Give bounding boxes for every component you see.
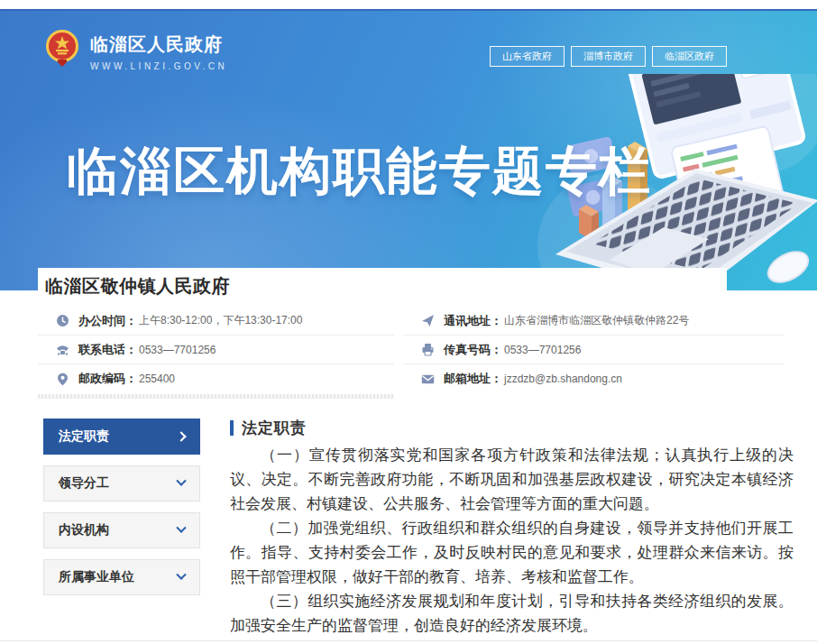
- sidebar-item-label: 领导分工: [59, 475, 109, 492]
- site-header: 临淄区人民政府 WWW.LINZI.GOV.CN: [45, 29, 227, 74]
- main-section: 法定职责 领导分工 内设机构 所属事业单位 法定职责 （一）宣传贯彻落实党和国家…: [43, 419, 794, 638]
- info-label: 邮政编码：: [78, 371, 137, 387]
- info-row-fax: 传真号码： 0533—7701256: [403, 336, 785, 364]
- content-area: 法定职责 （一）宣传贯彻落实党和国家各项方针政策和法律法规；认真执行上级的决议、…: [230, 419, 794, 638]
- nav-link-shandong-gov[interactable]: 山东省政府: [490, 46, 565, 67]
- sidebar-item-label: 法定职责: [59, 428, 109, 445]
- location-icon: [56, 373, 69, 386]
- chevron-down-icon: [176, 570, 186, 580]
- paragraph-2: （二）加强党组织、行政组织和群众组织的自身建设，领导并支持他们开展工作。指导、支…: [230, 516, 794, 589]
- sidebar-item-label: 内设机构: [59, 522, 109, 538]
- content-heading: 法定职责: [230, 419, 794, 437]
- info-row-address: 通讯地址： 山东省淄博市临淄区敬仲镇敬仲路22号: [403, 307, 785, 336]
- gov-links-nav: 山东省政府 淄博市政府 临淄区政府: [483, 46, 727, 67]
- info-label: 通讯地址：: [444, 313, 502, 329]
- heading-accent-bar: [230, 420, 234, 436]
- nav-link-linzi-gov[interactable]: 临淄区政府: [652, 46, 727, 67]
- site-url: WWW.LINZI.GOV.CN: [90, 61, 227, 71]
- sidebar-menu: 法定职责 领导分工 内设机构 所属事业单位: [43, 419, 200, 638]
- nav-link-zibo-gov[interactable]: 淄博市政府: [571, 46, 646, 67]
- site-title: 临淄区人民政府: [90, 32, 227, 57]
- sidebar-item-internal-organs[interactable]: 内设机构: [43, 512, 200, 548]
- phone-icon: [56, 343, 69, 356]
- chevron-down-icon: [176, 523, 186, 533]
- sidebar-item-label: 所属事业单位: [59, 569, 134, 585]
- paragraph-1: （一）宣传贯彻落实党和国家各项方针政策和法律法规；认真执行上级的决议、决定。不断…: [230, 443, 794, 516]
- site-title-stack: 临淄区人民政府 WWW.LINZI.GOV.CN: [90, 32, 227, 71]
- mail-icon: [421, 373, 435, 386]
- info-value: 0533—7701256: [139, 344, 216, 356]
- info-row-postcode: 邮政编码： 255400: [38, 364, 394, 393]
- sidebar-item-leadership-division[interactable]: 领导分工: [43, 465, 200, 501]
- dashed-divider: [38, 394, 394, 399]
- chevron-right-icon: [176, 431, 186, 441]
- info-label: 传真号码：: [444, 342, 502, 358]
- banner-title: 临淄区机构职能专题专栏: [67, 137, 652, 207]
- info-label: 联系电话：: [78, 342, 137, 358]
- legal-duties-text: （一）宣传贯彻落实党和国家各项方针政策和法律法规；认真执行上级的决议、决定。不断…: [230, 443, 794, 638]
- info-value: 0533—7701256: [504, 344, 581, 356]
- info-right-column: 通讯地址： 山东省淄博市临淄区敬仲镇敬仲路22号 传真号码： 0533—7701…: [403, 307, 785, 393]
- org-name: 临淄区敬仲镇人民政府: [45, 274, 230, 299]
- info-label: 办公时间：: [78, 313, 137, 329]
- contact-info-section: 办公时间： 上午8:30-12:00，下午13:30-17:00 联系电话： 0…: [38, 307, 785, 393]
- content-title: 法定职责: [242, 418, 307, 438]
- sidebar-item-affiliated-institutions[interactable]: 所属事业单位: [43, 559, 200, 595]
- sidebar-item-legal-duties[interactable]: 法定职责: [43, 419, 200, 455]
- info-value: 255400: [139, 373, 175, 385]
- org-title-bar: 临淄区敬仲镇人民政府: [38, 268, 727, 304]
- hero-banner: 临淄区人民政府 WWW.LINZI.GOV.CN 山东省政府 淄博市政府 临淄区…: [0, 9, 817, 290]
- info-row-office-hours: 办公时间： 上午8:30-12:00，下午13:30-17:00: [38, 307, 394, 336]
- info-value: jzzdzb@zb.shandong.cn: [504, 373, 622, 385]
- info-row-email: 邮箱地址： jzzdzb@zb.shandong.cn: [403, 364, 785, 393]
- paragraph-3: （三）组织实施经济发展规划和年度计划，引导和扶持各类经济组织的发展。加强安全生产…: [230, 589, 794, 638]
- info-label: 邮箱地址：: [444, 371, 502, 387]
- footer-divider: [0, 640, 817, 641]
- info-value: 上午8:30-12:00，下午13:30-17:00: [139, 313, 302, 328]
- chevron-down-icon: [176, 476, 186, 486]
- fax-icon: [421, 343, 435, 356]
- info-value: 山东省淄博市临淄区敬仲镇敬仲路22号: [504, 313, 689, 328]
- info-row-phone: 联系电话： 0533—7701256: [38, 336, 394, 364]
- national-emblem-logo: [45, 29, 90, 74]
- send-icon: [421, 314, 435, 327]
- clock-icon: [56, 314, 69, 327]
- info-left-column: 办公时间： 上午8:30-12:00，下午13:30-17:00 联系电话： 0…: [38, 307, 394, 393]
